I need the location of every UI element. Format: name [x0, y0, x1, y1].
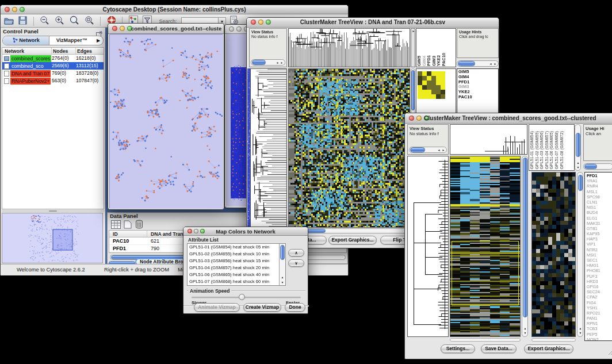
gene-label[interactable]: YRA1 [587, 178, 612, 183]
network1-title-bar[interactable]: combined_scores_good.txt--cluste... [108, 24, 224, 34]
gene-label[interactable]: KAP95 [587, 231, 612, 236]
gene-label[interactable]: YSH1 [587, 305, 612, 311]
network-row[interactable]: combined_scores 2764(0) 16218(0) [2, 55, 104, 62]
gene-label[interactable]: HAP3 [587, 236, 612, 242]
tv1-coltree-canvas[interactable] [289, 29, 410, 67]
animate-vizmap-button[interactable]: Animate Vizmap [194, 303, 240, 312]
attribute-item[interactable]: GPL51-06 (GSM865) heat shock 40 min [189, 271, 285, 278]
scroll-right-icon[interactable]: ▸ [280, 61, 284, 65]
gene-label[interactable]: HMG1 [587, 263, 612, 268]
gene-label[interactable]: SEC24 [587, 289, 612, 294]
gene-label[interactable]: PAC10 [458, 95, 498, 100]
gene-label[interactable]: CLN1 [587, 200, 612, 205]
data-col-id[interactable]: ID [109, 231, 147, 237]
scroll-up-icon[interactable]: ▴ [523, 327, 527, 331]
col-header-edges[interactable]: Edges [76, 48, 104, 54]
gene-label[interactable]: PUF3 [587, 274, 612, 279]
tv1-heatmap-canvas[interactable] [289, 69, 410, 227]
tv2-hscrollbar[interactable] [450, 338, 521, 342]
gene-label[interactable]: VIP1 [587, 242, 612, 247]
gene-label[interactable]: PAN1 [587, 316, 612, 321]
tv2-rowtree-canvas[interactable] [408, 156, 448, 336]
minimize-icon[interactable] [236, 26, 242, 32]
column-label[interactable]: GPL51-01 (GSM854) [530, 131, 535, 169]
tab-network[interactable]: Network [3, 36, 49, 45]
gene-label[interactable]: NIS1 [587, 205, 612, 210]
scroll-left-icon[interactable]: ◂ [488, 62, 493, 66]
network-row[interactable]: DNA and Tran 07 769(0) 183728(0) [2, 70, 104, 77]
delete-attribute-icon[interactable] [135, 220, 143, 231]
treeview2-title-bar[interactable]: ClusterMaker TreeView : combined_scores_… [405, 113, 612, 124]
scroll-up-icon[interactable]: ▴ [280, 275, 285, 279]
tv1-heatmap[interactable] [288, 68, 410, 228]
animation-speed-slider[interactable] [192, 297, 301, 298]
scroll-right-icon[interactable]: ▸ [441, 148, 446, 152]
gene-label[interactable]: PEP5 [587, 332, 612, 337]
network1-canvas[interactable] [110, 35, 223, 209]
scroll-left-icon[interactable]: ◂ [275, 61, 280, 65]
tv2-heatmap-vscrollbar[interactable]: ▴ ▾ [522, 156, 528, 337]
network-row[interactable]: RNAPuberNov2+ 563(0) 107847(0) [2, 77, 104, 85]
tv2-genelist-hscrollbar[interactable] [583, 163, 612, 170]
gene-label[interactable]: CPA2 [587, 294, 612, 300]
gene-label[interactable]: HRD3 [587, 279, 612, 284]
gene-label[interactable]: PFD1 [587, 173, 612, 178]
treeview1-title-bar[interactable]: ClusterMaker TreeView : DNA and Tran 07-… [247, 18, 499, 28]
network1-view[interactable] [109, 34, 223, 208]
col-header-network[interactable]: Network [2, 48, 52, 54]
tv2-zoom-hscrollbar[interactable] [531, 338, 576, 342]
gene-label[interactable]: RPN1 [587, 321, 612, 326]
attribute-item[interactable]: GPL51-01 (GSM854) heat shock 05 min [189, 244, 285, 251]
zoom-fit-icon[interactable] [69, 16, 79, 27]
tv2-heatmap[interactable] [450, 156, 521, 337]
tv2-zoom-canvas[interactable] [532, 173, 575, 336]
tv1-column-splitter[interactable]: ▸ [411, 28, 415, 67]
tv1-row-dendrogram[interactable] [250, 68, 287, 228]
scroll-down-icon[interactable]: ▾ [578, 331, 583, 335]
gene-label[interactable]: MSL1 [587, 189, 612, 194]
birdseye-canvas[interactable] [2, 213, 102, 263]
attribute-item[interactable]: GPL51-02 (GSM855) heat shock 10 min [189, 251, 285, 258]
tv2-zoom-panel[interactable] [531, 172, 576, 337]
tv2-coltree-canvas[interactable] [450, 125, 527, 154]
tv2-zoom-vscrollbar[interactable]: ▴ ▾ [577, 172, 583, 337]
attribute-item[interactable]: GPL51-07 (GSM868) heat shock 60 min [189, 278, 285, 285]
zoom-out-icon[interactable] [40, 16, 49, 27]
gene-label[interactable]: NTR2 [587, 247, 612, 252]
tab-vizmapper[interactable]: VizMapper™ [49, 36, 94, 45]
tv1-export-graphics-button[interactable]: Export Graphics... [328, 236, 377, 244]
gene-label[interactable]: SPC98 [587, 194, 612, 200]
scroll-up-icon[interactable]: ▴ [578, 327, 583, 331]
save-icon[interactable] [18, 16, 27, 27]
gene-label[interactable]: FIG4 [587, 300, 612, 305]
column-label[interactable]: GPL51-08 (GSM872) [560, 131, 565, 169]
gene-label[interactable]: RNR4 [587, 183, 612, 189]
scroll-down-icon[interactable]: ▾ [523, 331, 527, 335]
tv1-correlation-thumbnail[interactable] [418, 71, 445, 99]
column-label[interactable]: GPL51-02 (GSM855) [535, 131, 540, 169]
scroll-down-icon[interactable]: ▾ [280, 281, 285, 285]
tv1-status-hscrollbar[interactable]: ◂ ▸ [251, 59, 285, 66]
panel-splitter[interactable] [2, 210, 104, 212]
move-down-button[interactable]: ∨ [288, 259, 304, 267]
create-vizmap-button[interactable]: Create Vizmap [243, 303, 281, 312]
zoom-selected-icon[interactable] [85, 16, 94, 27]
tv2-labels-vscrollbar[interactable]: ▴ ▾ [575, 124, 581, 171]
column-label[interactable]: GPL51-06 (GSM865) [549, 131, 554, 169]
listbox-vscrollbar[interactable]: ▴ ▾ [279, 244, 285, 285]
column-label[interactable]: GPL51-03 (GSM856) [540, 131, 545, 169]
network2-canvas[interactable] [231, 65, 248, 201]
close-icon[interactable] [229, 26, 234, 32]
slider-thumb[interactable] [239, 294, 245, 300]
minimize-icon[interactable] [120, 26, 125, 31]
tv2-row-dendrogram[interactable] [407, 156, 449, 337]
column-label[interactable]: PAC10 [442, 53, 447, 66]
column-label[interactable]: GPL51-07 (GSM868) [554, 131, 560, 169]
tv2-settings-button[interactable]: Settings... [441, 344, 475, 353]
attribute-item[interactable]: GPL51-04 (GSM857) heat shock 20 min [189, 265, 285, 271]
gene-label[interactable]: MON2 [587, 337, 612, 341]
tv1-column-dendrogram[interactable] [288, 28, 410, 67]
attribute-item[interactable]: GPL51-03 (GSM856) heat shock 15 min [189, 258, 285, 265]
tv2-column-dendrogram[interactable] [450, 124, 527, 155]
open-folder-icon[interactable] [4, 16, 14, 27]
